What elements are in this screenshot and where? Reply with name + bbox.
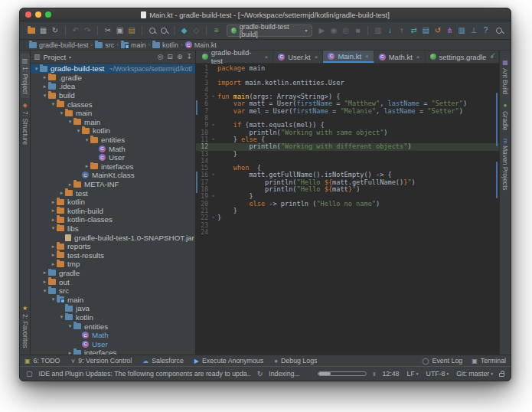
branch-icon[interactable]: ⋔ — [445, 25, 455, 36]
tree-arrow-icon[interactable]: ▾ — [67, 323, 73, 329]
paste-icon[interactable]: ▤ — [126, 25, 137, 36]
breadcrumb-item[interactable]: src — [95, 41, 114, 49]
editor-gutter[interactable]: 23 — [196, 222, 216, 229]
editor-tab-settings-gradle[interactable]: settings.gradle× — [426, 51, 499, 63]
code-line[interactable]: 12 println("Working with different objec… — [196, 143, 499, 150]
find-icon[interactable] — [147, 25, 158, 36]
tree-arrow-icon[interactable]: ▾ — [50, 101, 57, 107]
tree-item-interfaces[interactable]: ▸interfaces — [31, 162, 195, 172]
tree-item-interfaces[interactable]: ▸interfaces — [31, 348, 195, 355]
tool-window-button-debug-logs[interactable]: ●Debug Logs — [274, 357, 317, 365]
editor-gutter[interactable]: 4 — [196, 87, 216, 93]
tree-item-kotlin[interactable]: ▾kotlin — [31, 313, 195, 322]
tool-window-button-salesforce[interactable]: ☁Salesforce — [142, 357, 184, 365]
status-item-git-master[interactable]: Git: master▾ — [456, 370, 493, 378]
editor-gutter[interactable]: 24 — [196, 229, 216, 236]
code-line[interactable]: 13 } — [196, 151, 499, 158]
breadcrumb-item[interactable]: main — [121, 41, 146, 49]
back-icon[interactable]: ◆ — [179, 25, 190, 36]
tree-item-gradle-build-test[interactable]: ▾gradle-build-test~/Workspace/settermjd/… — [31, 64, 195, 74]
tree-arrow-icon[interactable]: ▾ — [58, 110, 65, 116]
tool-stripe-button-gradle[interactable]: ●Gradle — [501, 98, 510, 135]
tree-arrow-icon[interactable]: ▸ — [41, 83, 48, 90]
editor-tab-gradle-build-test[interactable]: gradle-build-test× — [197, 51, 273, 63]
editor-gutter[interactable]: 19∘ — [196, 193, 216, 200]
zoom-window-button[interactable] — [45, 11, 51, 18]
tree-item-reports[interactable]: ▸reports — [31, 242, 195, 251]
editor-tab-main-kt[interactable]: CMain.kt× — [323, 51, 374, 63]
tree-item-src[interactable]: ▾src — [31, 286, 195, 296]
tree-item-kotlin-build[interactable]: ▸kotlin-build — [31, 207, 195, 216]
tree-arrow-icon[interactable]: ▾ — [50, 296, 57, 302]
tree-arrow-icon[interactable]: ▸ — [41, 279, 48, 285]
tool-stripe-button-7-structure[interactable]: ◈7: Structure — [21, 98, 30, 149]
tree-item-entities[interactable]: ▾entities — [31, 322, 195, 331]
editor-gutter[interactable]: 13 — [196, 151, 216, 158]
code-line[interactable]: 24 — [196, 229, 499, 236]
code-line[interactable]: 3import main.kotlin.entities.User — [196, 80, 499, 87]
tree-arrow-icon[interactable]: ▸ — [41, 74, 48, 80]
fold-marker-icon[interactable]: ∘ — [211, 136, 216, 143]
settings-gear-icon[interactable]: ⊛ — [177, 53, 183, 60]
fold-marker-icon[interactable]: ∘ — [211, 122, 216, 129]
fold-marker-icon[interactable]: ∘ — [211, 193, 216, 200]
coverage-icon[interactable]: ◎ — [341, 25, 351, 36]
tree-arrow-icon[interactable]: ▾ — [67, 119, 73, 125]
changelist-icon[interactable]: ▤ — [421, 25, 432, 36]
fold-marker-icon[interactable]: ∘ — [211, 214, 216, 221]
tool-stripe-button-ant-build[interactable]: ▦Ant Build — [501, 55, 510, 98]
collapse-all-icon[interactable]: ⊟ — [167, 53, 173, 60]
editor-gutter[interactable]: 1 — [196, 65, 216, 72]
show-changes-icon[interactable]: ▥ — [373, 25, 383, 36]
tree-item-meta-inf[interactable]: ▸META-INF — [31, 180, 195, 189]
status-item-utf-8[interactable]: UTF-8▾ — [426, 370, 449, 378]
tree-arrow-icon[interactable]: ▸ — [50, 199, 57, 205]
editor-gutter[interactable]: 11∘ — [196, 136, 216, 143]
tree-arrow-icon[interactable]: ▾ — [83, 137, 90, 143]
tree-item-gradle[interactable]: ▸gradle — [31, 269, 195, 278]
tree-item-main[interactable]: ▾main — [31, 118, 195, 127]
tree-item-gradle-build-test-1-0-snapshot-jar[interactable]: gradle-build-test-1.0-SNAPSHOT.jar — [31, 233, 195, 242]
search-everywhere-icon[interactable] — [494, 25, 504, 36]
editor-gutter[interactable]: 7 — [196, 108, 216, 115]
tree-item-kotlin-classes[interactable]: ▸kotlin-classes — [31, 215, 195, 224]
undo-icon[interactable]: ↶ — [70, 25, 81, 36]
stop-icon[interactable]: ■ — [352, 25, 363, 36]
editor-gutter[interactable]: 10 — [196, 129, 216, 136]
close-icon[interactable]: × — [365, 53, 369, 60]
tool-window-button-9-version-control[interactable]: ⋎9: Version Control — [70, 357, 132, 365]
breadcrumb-item[interactable]: kotlin — [152, 41, 178, 49]
tree-item-tmp[interactable]: ▸tmp — [31, 260, 195, 269]
chevron-down-icon[interactable]: ▾ — [69, 54, 71, 60]
tree-item-test-results[interactable]: ▸test-results — [31, 250, 195, 260]
status-message[interactable]: IDE and Plugin Updates: The following co… — [39, 370, 251, 378]
editor-gutter[interactable]: 3 — [196, 80, 216, 87]
tree-item-test[interactable]: ▸test — [31, 188, 195, 198]
tree-arrow-icon[interactable]: ▾ — [41, 288, 48, 294]
tree-arrow-icon[interactable]: ▾ — [33, 66, 40, 72]
code-line[interactable]: 20 else -> println ("Hello no name") — [196, 201, 499, 208]
code-line[interactable]: 21 } — [196, 208, 499, 214]
editor-scrollbar[interactable] — [494, 64, 499, 355]
tool-stripe-button-maven-projects[interactable]: mMaven Projects — [501, 135, 510, 195]
breadcrumb-item[interactable]: gradle-build-test — [29, 41, 89, 49]
cut-icon[interactable]: ✂ — [103, 25, 113, 36]
editor-gutter[interactable]: 12 — [196, 143, 216, 150]
code-line[interactable]: 7 var mel = User(firstName = "Melanie", … — [196, 108, 499, 115]
editor-gutter[interactable]: 2 — [196, 72, 216, 79]
code-editor[interactable]: 1package main23import main.kotlin.entiti… — [196, 64, 499, 355]
tree-item-mainkt-class[interactable]: CMainKt.class — [31, 171, 195, 180]
update-project-icon[interactable]: ↓ — [385, 25, 396, 36]
tree-item-out[interactable]: ▸out — [31, 277, 195, 286]
tree-item-java[interactable]: java — [31, 304, 195, 313]
tree-arrow-icon[interactable]: ▸ — [83, 163, 90, 169]
editor-gutter[interactable]: 14 — [196, 158, 216, 165]
tree-arrow-icon[interactable]: ▸ — [67, 181, 73, 188]
tree-arrow-icon[interactable]: ▾ — [58, 314, 65, 320]
project-panel-title[interactable]: Project — [44, 53, 67, 61]
tree-item--gradle[interactable]: ▸.gradle — [31, 74, 195, 83]
save-icon[interactable]: ▦ — [38, 25, 49, 36]
tree-arrow-icon[interactable]: ▸ — [50, 217, 57, 223]
editor-gutter[interactable]: 6 — [196, 100, 216, 107]
pause-indexing-icon[interactable]: ‖ — [373, 371, 376, 378]
